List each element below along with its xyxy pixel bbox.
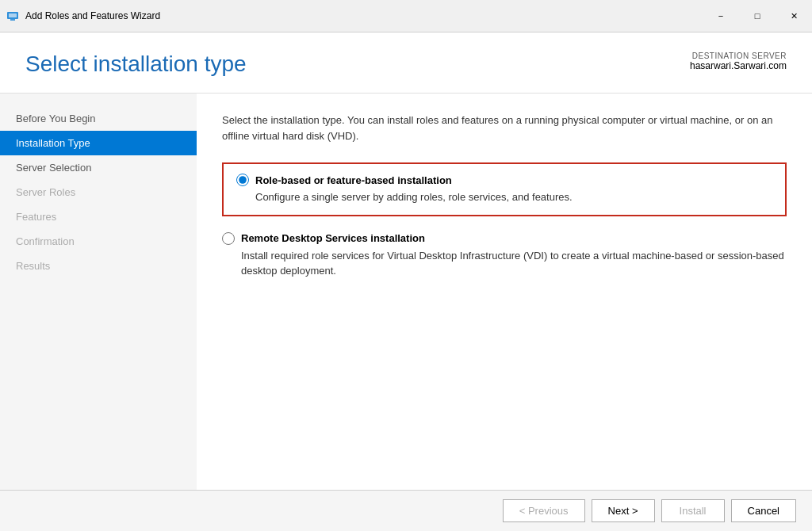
title-bar-title: Add Roles and Features Wizard bbox=[25, 10, 160, 21]
minimize-button[interactable]: − bbox=[703, 0, 739, 32]
sidebar-item-results: Results bbox=[0, 254, 197, 278]
option-remote-desktop-label-row: Remote Desktop Services installation bbox=[222, 232, 787, 245]
sidebar-item-confirmation: Confirmation bbox=[0, 229, 197, 254]
previous-button[interactable]: < Previous bbox=[503, 499, 585, 522]
destination-value: hasarwari.Sarwari.com bbox=[690, 60, 787, 71]
radio-role-based[interactable] bbox=[236, 174, 249, 186]
title-bar: Add Roles and Features Wizard − □ ✕ bbox=[0, 0, 812, 32]
header: Select installation type DESTINATION SER… bbox=[0, 32, 812, 94]
option-role-based[interactable]: Role-based or feature-based installation… bbox=[222, 162, 787, 216]
page-title: Select installation type bbox=[25, 52, 247, 77]
sidebar-item-before-you-begin[interactable]: Before You Begin bbox=[0, 106, 197, 131]
content-description: Select the installation type. You can in… bbox=[222, 113, 787, 143]
sidebar-item-installation-type[interactable]: Installation Type bbox=[0, 131, 197, 155]
body: Before You Begin Installation Type Serve… bbox=[0, 94, 812, 490]
option-role-based-description: Configure a single server by adding role… bbox=[255, 189, 772, 205]
svg-rect-2 bbox=[10, 19, 15, 21]
main-window: Select installation type DESTINATION SER… bbox=[0, 32, 812, 531]
app-icon bbox=[6, 10, 19, 22]
content-area: Select the installation type. You can in… bbox=[197, 94, 812, 490]
sidebar-item-features: Features bbox=[0, 204, 197, 229]
sidebar-item-server-selection[interactable]: Server Selection bbox=[0, 155, 197, 180]
close-button[interactable]: ✕ bbox=[776, 0, 812, 32]
title-bar-left: Add Roles and Features Wizard bbox=[6, 10, 160, 22]
title-bar-controls: − □ ✕ bbox=[703, 0, 812, 32]
destination-label: DESTINATION SERVER bbox=[690, 52, 787, 60]
sidebar-item-server-roles: Server Roles bbox=[0, 180, 197, 204]
svg-rect-1 bbox=[9, 13, 17, 17]
option-role-based-label-row: Role-based or feature-based installation bbox=[236, 174, 772, 186]
destination-server-info: DESTINATION SERVER hasarwari.Sarwari.com bbox=[690, 52, 787, 71]
maximize-button[interactable]: □ bbox=[739, 0, 776, 32]
footer: < Previous Next > Install Cancel bbox=[0, 490, 812, 531]
install-button[interactable]: Install bbox=[661, 499, 725, 522]
option-remote-desktop-description: Install required role services for Virtu… bbox=[241, 248, 787, 279]
option-remote-desktop-title: Remote Desktop Services installation bbox=[241, 232, 425, 244]
radio-remote-desktop[interactable] bbox=[222, 232, 235, 245]
next-button[interactable]: Next > bbox=[592, 499, 655, 522]
sidebar: Before You Begin Installation Type Serve… bbox=[0, 94, 197, 490]
option-remote-desktop[interactable]: Remote Desktop Services installation Ins… bbox=[222, 232, 787, 279]
cancel-button[interactable]: Cancel bbox=[731, 499, 796, 522]
option-role-based-title: Role-based or feature-based installation bbox=[255, 174, 452, 186]
